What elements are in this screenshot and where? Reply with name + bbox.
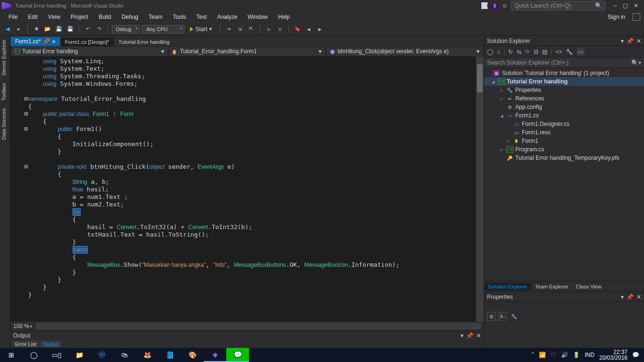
se-back-button[interactable]: ◯ — [487, 49, 493, 55]
comment-button[interactable]: ≡ — [264, 25, 273, 34]
tree-project[interactable]: ◢C#Tutorial Error handling — [484, 77, 644, 86]
task-view[interactable]: ▭▯ — [45, 348, 68, 362]
uncomment-button[interactable]: ≡ — [275, 25, 285, 34]
sign-in-link[interactable]: Sign in — [603, 13, 630, 21]
store-app[interactable]: 🛍 — [113, 348, 136, 362]
nav-backward-button[interactable]: ◀ — [3, 25, 12, 34]
solution-platform-dropdown[interactable]: Any CPU — [142, 25, 184, 33]
se-close-icon[interactable]: ✕ — [636, 38, 641, 44]
server-explorer-tab[interactable]: Server Explorer — [0, 36, 10, 79]
menu-help[interactable]: Help — [273, 13, 295, 21]
step-into-button[interactable]: ⇥ — [224, 25, 233, 34]
output-pin-icon[interactable]: 📌 — [466, 332, 473, 339]
tree-appconfig[interactable]: ⚙App.config — [484, 103, 644, 111]
language-indicator[interactable]: IND — [585, 352, 594, 358]
error-list-tab[interactable]: Error List — [12, 341, 39, 347]
output-dropdown-icon[interactable]: ▾ — [461, 332, 463, 339]
start-debugging-button[interactable]: Start ▾ — [186, 25, 215, 33]
toolbox-tab[interactable]: Toolbox — [0, 79, 10, 105]
bookmark-button[interactable]: 🔖 — [293, 25, 302, 34]
tree-references[interactable]: ▷▪▪References — [484, 94, 644, 103]
nav-member-dropdown[interactable]: ⬣btnHitung_Click(object sender, EventArg… — [326, 46, 484, 57]
nav-class-dropdown[interactable]: ⬮Tutorial_Error_handling.Form1▾ — [168, 46, 326, 57]
cortana-search[interactable]: ◯ — [23, 348, 45, 362]
tree-programcs[interactable]: ▷C#Program.cs — [484, 145, 644, 154]
menu-test[interactable]: Test — [192, 13, 212, 21]
props-pin-icon[interactable]: 📌 — [627, 294, 634, 300]
menu-view[interactable]: View — [43, 13, 65, 21]
maximize-button[interactable]: ▢ — [623, 2, 628, 9]
zoom-level[interactable]: 100 % — [13, 323, 29, 329]
se-sync-button[interactable]: ↻ — [508, 49, 513, 55]
output-close-icon[interactable]: ✕ — [476, 332, 481, 339]
se-code-button[interactable]: <> — [555, 49, 562, 55]
data-sources-tab[interactable]: Data Sources — [0, 105, 10, 144]
props-dropdown-icon[interactable]: ▾ — [621, 294, 624, 300]
menu-project[interactable]: Project — [66, 13, 93, 21]
firefox-browser[interactable]: 🦊 — [136, 348, 158, 362]
next-bookmark-button[interactable]: ► — [315, 25, 325, 34]
menu-debug[interactable]: Debug — [117, 13, 143, 21]
line-app[interactable]: 💬 — [226, 348, 249, 362]
tree-form1designer[interactable]: ▭Form1.Designer.cs — [484, 120, 644, 128]
undo-button[interactable]: ↶ — [83, 25, 92, 34]
battery-icon[interactable]: 🔋 — [573, 352, 580, 358]
menu-build[interactable]: Build — [94, 13, 116, 21]
notifications-center-icon[interactable]: 💬 — [632, 352, 639, 358]
vertical-scrollbar[interactable] — [476, 57, 484, 321]
wifi-icon[interactable]: 📶 — [539, 352, 546, 358]
tray-expand-icon[interactable]: ˄ — [531, 352, 534, 358]
visual-studio-app[interactable]: ◆ — [204, 348, 226, 362]
menu-window[interactable]: Window — [243, 13, 272, 21]
close-tab-icon[interactable]: ✕ — [52, 39, 56, 44]
categorized-button[interactable]: ⊞ — [487, 312, 495, 321]
props-wrench-button[interactable]: 🔧 — [510, 312, 518, 321]
volume-icon[interactable]: 🔊 — [561, 352, 568, 358]
step-out-button[interactable]: ⇱ — [247, 25, 256, 34]
redo-button[interactable]: ↷ — [94, 25, 104, 34]
defender-icon[interactable]: 🛡 — [551, 352, 556, 358]
notifications-flag-icon[interactable] — [481, 2, 488, 9]
solution-tree[interactable]: ⊞Solution 'Tutorial Error handling' (1 p… — [484, 68, 644, 281]
menu-analyze[interactable]: Analyze — [213, 13, 242, 21]
code-editor[interactable]: using System.Linq; using System.Text; us… — [10, 57, 484, 321]
tab-solution-explorer[interactable]: Solution Explorer — [484, 283, 531, 290]
notification-badge[interactable]: 6 — [492, 3, 498, 8]
se-search-input[interactable]: Search Solution Explorer (Ctrl+;) 🔍▾ — [484, 58, 644, 68]
close-button[interactable]: ✕ — [634, 2, 638, 9]
quick-launch-input[interactable]: Quick Launch (Ctrl+Q) 🔍 — [511, 1, 605, 10]
se-preview-button[interactable]: ▭ — [577, 48, 585, 56]
tree-solution[interactable]: ⊞Solution 'Tutorial Error handling' (1 p… — [484, 69, 644, 77]
save-all-button[interactable]: 💾 — [66, 25, 75, 34]
tab-class-view[interactable]: Class View — [572, 283, 605, 290]
se-pending-button[interactable]: ⇆ — [517, 49, 521, 55]
se-dropdown-icon[interactable]: ▾ — [621, 38, 624, 44]
new-project-button[interactable]: ✚ — [32, 25, 41, 34]
props-close-icon[interactable]: ✕ — [636, 294, 641, 300]
solution-config-dropdown[interactable]: Debug — [112, 25, 140, 33]
feedback-icon[interactable]: ☺ — [502, 2, 507, 9]
tree-properties[interactable]: ▷🔧Properties — [484, 86, 644, 94]
menu-team[interactable]: Team — [144, 13, 167, 21]
tab-form1-cs[interactable]: Form1.cs* 📌 ✕ — [10, 37, 60, 46]
tab-team-explorer[interactable]: Team Explorer — [531, 283, 572, 290]
se-collapse-button[interactable]: ⊟ — [534, 49, 538, 55]
notepad-app[interactable]: 📘 — [158, 348, 181, 362]
tree-form1cs[interactable]: ◢▭Form1.cs — [484, 111, 644, 120]
alphabetical-button[interactable]: A↓ — [498, 312, 507, 321]
nav-project-dropdown[interactable]: C#Tutorial Error handling▾ — [10, 46, 168, 57]
clock[interactable]: 22:37 20/03/2016 — [599, 349, 627, 361]
open-file-button[interactable]: 📂 — [43, 25, 52, 34]
paint-app[interactable]: 🎨 — [181, 348, 204, 362]
file-explorer[interactable]: 📁 — [68, 348, 91, 362]
se-pin-icon[interactable]: 📌 — [627, 38, 634, 44]
tree-form1resx[interactable]: ▭Form1.resx — [484, 128, 644, 137]
minimize-button[interactable]: ─ — [613, 2, 617, 9]
pin-icon[interactable]: 📌 — [43, 38, 50, 45]
code-content[interactable]: using System.Linq; using System.Text; us… — [21, 57, 476, 321]
se-showall-button[interactable]: ▤ — [542, 49, 547, 55]
menu-file[interactable]: File — [4, 13, 22, 21]
se-properties-button[interactable]: 🔧 — [566, 49, 573, 55]
tab-form1-design[interactable]: Form1.cs [Design]* — [60, 38, 114, 46]
step-over-button[interactable]: ⇲ — [235, 25, 245, 34]
